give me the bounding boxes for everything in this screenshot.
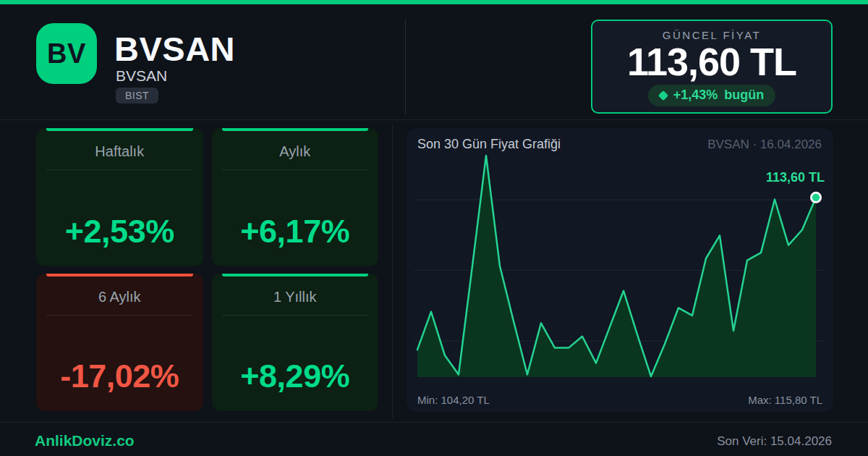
daily-change-value: +1,43%	[673, 88, 718, 103]
stat-card-six-month: 6 Aylık -17,02%	[36, 274, 203, 412]
stat-cards-grid: Haftalık +2,53% Aylık +6,17% 6 Aylık -17…	[36, 128, 378, 411]
stock-symbol: BVSAN	[114, 29, 235, 69]
stat-card-value: +6,17%	[212, 213, 379, 250]
stock-logo: BV	[36, 23, 97, 84]
card-accent-bar	[46, 128, 193, 131]
header-vertical-divider	[405, 19, 406, 114]
stat-card-value: -17,02%	[36, 358, 203, 395]
daily-change-period: bugün	[724, 88, 764, 103]
chart-meta: BVSAN · 16.04.2026	[707, 138, 822, 152]
price-chart-panel: Son 30 Gün Fiyat Grafiği BVSAN · 16.04.2…	[407, 128, 833, 412]
card-divider	[222, 169, 369, 170]
stat-card-label: Aylık	[212, 143, 379, 160]
current-price-box: GÜNCEL FİYAT 113,60 TL +1,43% bugün	[591, 20, 833, 114]
footer-brand: AnlikDoviz.co	[35, 432, 135, 449]
card-accent-bar	[46, 274, 193, 276]
stat-card-weekly: Haftalık +2,53%	[36, 128, 203, 266]
chart-title: Son 30 Gün Fiyat Grafiği	[417, 137, 561, 152]
content-divider	[392, 125, 393, 418]
footer-divider	[0, 422, 868, 423]
footer-last-data: Son Veri: 15.04.2026	[717, 434, 832, 449]
chart-min-label: Min: 104,20 TL	[417, 394, 490, 406]
card-accent-bar	[222, 274, 369, 276]
stat-card-label: 1 Yıllık	[212, 289, 379, 305]
stat-card-label: 6 Aylık	[36, 289, 203, 305]
top-accent-bar	[0, 0, 868, 4]
stat-card-monthly: Aylık +6,17%	[212, 128, 379, 266]
chart-max-label: Max: 115,80 TL	[748, 394, 822, 406]
exchange-badge: BIST	[116, 88, 158, 104]
stock-logo-text: BV	[47, 38, 86, 69]
stat-card-label: Haftalık	[36, 143, 203, 160]
card-divider	[46, 169, 193, 170]
diamond-icon	[658, 90, 668, 100]
card-divider	[222, 315, 369, 316]
daily-change-badge: +1,43% bugün	[648, 85, 776, 106]
stock-name: BVSAN	[116, 67, 167, 85]
header-divider	[0, 119, 868, 120]
current-price-value: 113,60 TL	[592, 42, 831, 81]
card-divider	[46, 315, 193, 316]
chart-endpoint-label: 113,60 TL	[766, 170, 825, 185]
stat-card-value: +8,29%	[212, 358, 379, 395]
stat-card-yearly: 1 Yıllık +8,29%	[212, 274, 379, 412]
stock-summary-card: BV BVSAN BVSAN BIST GÜNCEL FİYAT 113,60 …	[0, 0, 868, 456]
stat-card-value: +2,53%	[36, 213, 203, 250]
card-accent-bar	[222, 128, 369, 131]
